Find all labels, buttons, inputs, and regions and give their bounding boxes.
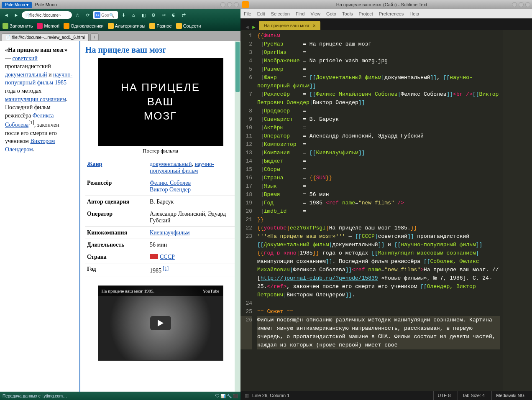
- reload-button[interactable]: ⟳: [83, 11, 92, 19]
- status-text: Передача данных с i.ytimg.com…: [3, 394, 67, 398]
- infobox-row: РежиссёрФеликс СоболевВиктор Олендер: [85, 177, 235, 196]
- infobox-row: Автор сценарияВ. Барсук: [85, 196, 235, 208]
- nav-toolbar: ◄ ► 📄 file:///c:/docume~ ☆ ⟳ GGoo 🔍 ⬇ ⌂ …: [0, 9, 240, 21]
- menu-item[interactable]: Find: [296, 11, 304, 16]
- menu-item[interactable]: Selection: [271, 11, 290, 16]
- bookmark-item[interactable]: Альтернативы: [108, 23, 146, 29]
- editor-window-controls[interactable]: [512, 2, 530, 7]
- status-bar: Передача данных с i.ytimg.com… 🛡 📊 🔧 ⬛: [0, 392, 240, 400]
- tab-size[interactable]: Tab Size: 4: [458, 391, 489, 400]
- window-title: Pale Moon: [35, 2, 220, 7]
- infobox-row: ОператорАлександр Лозинский, Эдуард Губс…: [85, 208, 235, 227]
- app-menu-button[interactable]: Pale Moon ▾: [2, 2, 32, 8]
- nav-back-icon[interactable]: ◄: [245, 24, 250, 30]
- back-button[interactable]: ◄: [2, 11, 11, 19]
- encoding[interactable]: UTF-8: [433, 391, 455, 400]
- editor-window-title: На прицеле ваш мозг (Сайт) - Sublime Tex…: [251, 2, 512, 7]
- sublime-icon: [242, 1, 249, 8]
- infobox-row: КинокомпанияКиевнаучфильм: [85, 227, 235, 239]
- code-area[interactable]: {{Фильм |РусНаз = На прицеле ваш мозг |О…: [255, 30, 503, 391]
- editor-tab[interactable]: На прицеле ваш мозг ×: [259, 21, 321, 30]
- menu-item[interactable]: View: [310, 11, 320, 16]
- forward-button[interactable]: ►: [12, 11, 21, 19]
- browser-tab[interactable]: 📄 file:///c:/docume~...review_aod1_6.htm…: [2, 33, 89, 41]
- video-titlebar: На прицеле ваш мозг 1985. YouTube: [98, 286, 223, 296]
- reader-icon[interactable]: ◧: [139, 11, 148, 19]
- window-controls[interactable]: [220, 2, 239, 7]
- address-bar[interactable]: 📄 file:///c:/docume~: [22, 11, 72, 19]
- scrollbar[interactable]: [235, 41, 240, 392]
- bookmark-item[interactable]: Memori: [37, 23, 59, 29]
- nav-fwd-icon[interactable]: ►: [251, 24, 256, 30]
- line-gutter[interactable]: 123456 7 891011121314151617181920212223 …: [240, 30, 255, 391]
- browser-titlebar[interactable]: Pale Moon ▾ Pale Moon: [0, 0, 240, 9]
- close-tab-icon[interactable]: ×: [313, 23, 315, 28]
- bookmark-star-icon[interactable]: ☆: [73, 11, 82, 19]
- new-tab-button[interactable]: +: [90, 33, 99, 41]
- poster-caption: Постер фильма: [85, 148, 235, 154]
- menu-item[interactable]: Goto: [326, 11, 336, 16]
- article-title: На прицеле ваш мозг: [85, 45, 235, 55]
- bookmark-item[interactable]: Запомнить: [3, 23, 33, 29]
- search-box[interactable]: GGoo 🔍: [93, 11, 118, 19]
- cursor-position[interactable]: Line 26, Column 1: [252, 393, 289, 398]
- addon1-icon[interactable]: ⚙: [149, 11, 158, 19]
- editor-menubar[interactable]: FileEditSelectionFindViewGotoToolsProjec…: [240, 9, 532, 18]
- menu-item[interactable]: Help: [409, 11, 419, 16]
- play-button[interactable]: [150, 316, 171, 330]
- minimap[interactable]: [503, 30, 532, 391]
- menu-item[interactable]: Tools: [342, 11, 353, 16]
- bookmarks-bar: ЗапомнитьMemoriОдноклассникиАльтернативы…: [0, 21, 240, 31]
- page-content: «На прицеле ваш мозг» — советский пропаг…: [0, 41, 240, 392]
- editor-statusbar: ▥ Line 26, Column 1 UTF-8 Tab Size: 4 Me…: [240, 391, 532, 400]
- poster-image: НА ПРИЦЕЛЕВАШМОЗГ: [98, 58, 223, 146]
- article-main: На прицеле ваш мозг НА ПРИЦЕЛЕВАШМОЗГ По…: [79, 41, 240, 392]
- editor-body[interactable]: 123456 7 891011121314151617181920212223 …: [240, 30, 532, 391]
- menu-item[interactable]: Project: [359, 11, 373, 16]
- download-icon[interactable]: ⬇: [119, 11, 128, 19]
- infobox-row: Жанрдокументальный, научно-популярный фи…: [85, 158, 235, 177]
- infobox-row: СтранаСССР: [85, 251, 235, 263]
- editor-tabs: ◄ ► На прицеле ваш мозг ×: [240, 18, 532, 30]
- browser-window: Pale Moon ▾ Pale Moon ◄ ► 📄 file:///c:/d…: [0, 0, 240, 400]
- panel-icon[interactable]: ▥: [244, 393, 250, 398]
- addon2-icon[interactable]: ✂: [159, 11, 168, 19]
- infobox-table: Жанрдокументальный, научно-популярный фи…: [85, 158, 235, 277]
- editor-window: На прицеле ваш мозг (Сайт) - Sublime Tex…: [240, 0, 532, 400]
- infobox-row: Год1985 [1]: [85, 263, 235, 277]
- menu-item[interactable]: File: [244, 11, 251, 16]
- bookmark-item[interactable]: Одноклассники: [64, 23, 104, 29]
- menu-item[interactable]: Preferences: [379, 11, 404, 16]
- addon4-icon[interactable]: ⇄: [179, 11, 188, 19]
- addon3-icon[interactable]: ☯: [169, 11, 178, 19]
- bookmark-item[interactable]: Соцсети: [176, 23, 201, 29]
- menu-item[interactable]: Edit: [257, 11, 265, 16]
- video-embed[interactable]: На прицеле ваш мозг 1985. YouTube: [98, 285, 223, 361]
- home-icon[interactable]: ⌂: [129, 11, 138, 19]
- editor-titlebar[interactable]: На прицеле ваш мозг (Сайт) - Sublime Tex…: [240, 0, 532, 9]
- tab-strip: 📄 file:///c:/docume~...review_aod1_6.htm…: [0, 31, 240, 41]
- status-icons[interactable]: 🛡 📊 🔧 ⬛: [215, 394, 238, 398]
- article-intro: «На прицеле ваш мозг» — советский пропаг…: [0, 41, 79, 392]
- infobox-row: Длительность56 мин: [85, 239, 235, 251]
- syntax[interactable]: Mediawiki NG: [491, 391, 529, 400]
- bookmark-item[interactable]: Разное: [149, 23, 171, 29]
- video-thumbnail[interactable]: [98, 286, 223, 360]
